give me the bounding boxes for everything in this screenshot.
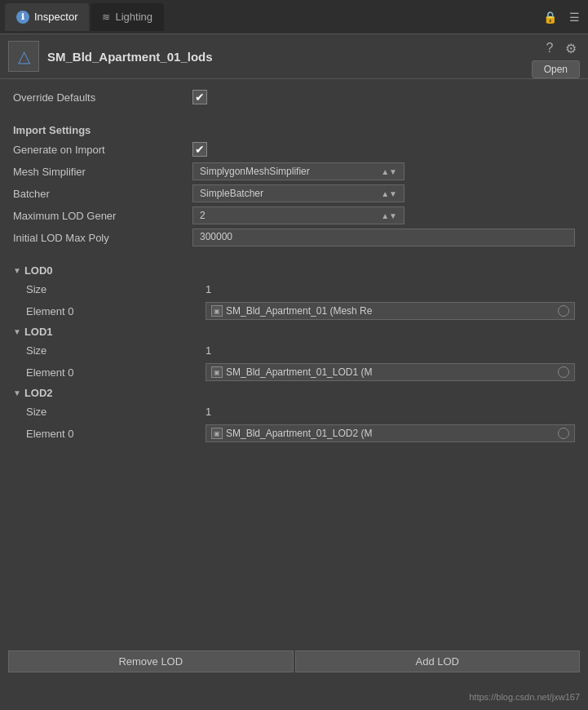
mesh-simplifier-value: SimplygonMeshSimplifier — [200, 166, 310, 177]
asset-header: △ SM_Bld_Apartment_01_lods ? ⚙ Open — [0, 34, 588, 79]
watermark: https://blog.csdn.net/jxw167 — [469, 692, 580, 702]
inspector-icon: ℹ — [16, 11, 29, 24]
max-lod-value: 2 — [200, 210, 206, 221]
generate-on-import-row: Generate on Import ✔ — [13, 140, 575, 159]
lod1-element-circle[interactable] — [558, 366, 569, 378]
lod1-triangle-icon: ▼ — [13, 327, 21, 336]
lod1-header[interactable]: ▼ LOD1 — [13, 326, 575, 338]
max-lod-row: Maximum LOD Gener 2 ▲▼ — [13, 206, 575, 225]
lod0-section: ▼ LOD0 Size 1 Element 0 ▣ SM_Bld_Apartme… — [13, 264, 575, 321]
lod0-triangle-icon: ▼ — [13, 266, 21, 275]
asset-name: SM_Bld_Apartment_01_lods — [47, 50, 580, 64]
lod0-element-circle[interactable] — [558, 305, 569, 317]
menu-icon[interactable]: ☰ — [565, 8, 583, 26]
lod2-triangle-icon: ▼ — [13, 388, 21, 397]
lod1-element-row: Element 0 ▣ SM_Bld_Apartment_01_LOD1 (M — [26, 362, 575, 382]
lod0-element-icon: ▣ — [211, 305, 223, 317]
remove-lod-button[interactable]: Remove LOD — [8, 650, 294, 672]
add-lod-button[interactable]: Add LOD — [295, 650, 581, 672]
lod0-header[interactable]: ▼ LOD0 — [13, 264, 575, 277]
lod0-size-row: Size 1 — [26, 279, 575, 299]
lod1-element-icon: ▣ — [211, 366, 223, 378]
help-icon[interactable]: ? — [541, 39, 559, 57]
import-settings-title: Import Settings — [13, 124, 575, 136]
lod0-element-text: SM_Bld_Apartment_01 (Mesh Re — [226, 305, 555, 317]
lod2-size-value: 1 — [206, 406, 575, 418]
lod2-element-label: Element 0 — [26, 428, 206, 440]
override-defaults-label: Override Defaults — [13, 91, 192, 104]
lod2-header[interactable]: ▼ LOD2 — [13, 387, 575, 399]
lock-icon[interactable]: 🔒 — [541, 8, 559, 26]
mesh-simplifier-arrow: ▲▼ — [381, 167, 397, 176]
override-defaults-checkmark: ✔ — [195, 91, 205, 103]
lod2-element-text: SM_Bld_Apartment_01_LOD2 (M — [226, 428, 555, 439]
batcher-dropdown[interactable]: SimpleBatcher ▲▼ — [192, 184, 405, 202]
lod1-fields: Size 1 Element 0 ▣ SM_Bld_Apartment_01_L… — [13, 340, 575, 382]
lod1-element-text: SM_Bld_Apartment_01_LOD1 (M — [226, 366, 555, 378]
lod2-size-label: Size — [26, 406, 206, 418]
lod0-element-value[interactable]: ▣ SM_Bld_Apartment_01 (Mesh Re — [206, 302, 575, 320]
tab-lighting-label: Lighting — [115, 11, 153, 23]
batcher-label: Batcher — [13, 188, 192, 200]
bottom-bar: Remove LOD Add LOD — [0, 646, 588, 677]
lod0-size-value: 1 — [206, 283, 575, 295]
lod1-size-label: Size — [26, 344, 206, 357]
asset-header-right: ? ⚙ Open — [532, 39, 580, 78]
batcher-value: SimpleBatcher — [200, 188, 263, 199]
unity-logo-icon: △ — [18, 47, 30, 66]
max-lod-arrow: ▲▼ — [381, 211, 397, 220]
lod0-fields: Size 1 Element 0 ▣ SM_Bld_Apartment_01 (… — [13, 279, 575, 321]
initial-lod-input[interactable]: 300000 — [192, 229, 575, 246]
lod1-size-row: Size 1 — [26, 340, 575, 360]
lod2-label: LOD2 — [24, 387, 53, 399]
tab-bar: ℹ Inspector ≋ Lighting 🔒 ☰ — [0, 0, 588, 34]
mesh-simplifier-row: Mesh Simplifier SimplygonMeshSimplifier … — [13, 162, 575, 181]
lod0-element-row: Element 0 ▣ SM_Bld_Apartment_01 (Mesh Re — [26, 301, 575, 321]
mesh-simplifier-label: Mesh Simplifier — [13, 166, 192, 178]
lod1-label: LOD1 — [24, 326, 53, 338]
override-defaults-checkbox[interactable]: ✔ — [192, 90, 207, 104]
open-button[interactable]: Open — [532, 60, 580, 78]
lod2-fields: Size 1 Element 0 ▣ SM_Bld_Apartment_01_L… — [13, 402, 575, 443]
lod1-section: ▼ LOD1 Size 1 Element 0 ▣ SM_Bld_Apartme… — [13, 326, 575, 382]
lod2-element-circle[interactable] — [558, 428, 569, 439]
batcher-arrow: ▲▼ — [381, 189, 397, 198]
max-lod-dropdown[interactable]: 2 ▲▼ — [192, 206, 405, 224]
lod1-element-label: Element 0 — [26, 366, 206, 379]
mesh-simplifier-dropdown[interactable]: SimplygonMeshSimplifier ▲▼ — [192, 162, 405, 180]
settings-icon[interactable]: ⚙ — [562, 39, 580, 57]
main-content: Override Defaults ✔ Import Settings Gene… — [0, 79, 588, 454]
max-lod-label: Maximum LOD Gener — [13, 210, 192, 222]
tab-lighting[interactable]: ≋ Lighting — [91, 3, 164, 31]
lod2-element-value[interactable]: ▣ SM_Bld_Apartment_01_LOD2 (M — [206, 424, 575, 442]
lod2-section: ▼ LOD2 Size 1 Element 0 ▣ SM_Bld_Apartme… — [13, 387, 575, 443]
lod1-element-value[interactable]: ▣ SM_Bld_Apartment_01_LOD1 (M — [206, 363, 575, 381]
lod0-element-label: Element 0 — [26, 305, 206, 317]
generate-on-import-label: Generate on Import — [13, 144, 192, 156]
asset-header-icons: ? ⚙ — [541, 39, 580, 57]
lod2-size-row: Size 1 — [26, 402, 575, 421]
lod0-size-label: Size — [26, 283, 206, 295]
lod2-element-icon: ▣ — [211, 428, 223, 439]
initial-lod-label: Initial LOD Max Poly — [13, 232, 192, 244]
asset-icon: △ — [8, 41, 39, 72]
lighting-icon: ≋ — [102, 11, 110, 23]
tab-bar-actions: 🔒 ☰ — [541, 8, 583, 26]
generate-on-import-checkbox[interactable]: ✔ — [192, 142, 207, 157]
initial-lod-row: Initial LOD Max Poly 300000 — [13, 228, 575, 247]
batcher-row: Batcher SimpleBatcher ▲▼ — [13, 184, 575, 203]
tab-inspector[interactable]: ℹ Inspector — [5, 3, 89, 31]
generate-on-import-checkmark: ✔ — [195, 144, 205, 155]
lod2-element-row: Element 0 ▣ SM_Bld_Apartment_01_LOD2 (M — [26, 424, 575, 443]
lod0-label: LOD0 — [24, 264, 53, 277]
override-defaults-row: Override Defaults ✔ — [13, 87, 575, 107]
tab-inspector-label: Inspector — [34, 11, 77, 23]
lod1-size-value: 1 — [206, 344, 575, 357]
